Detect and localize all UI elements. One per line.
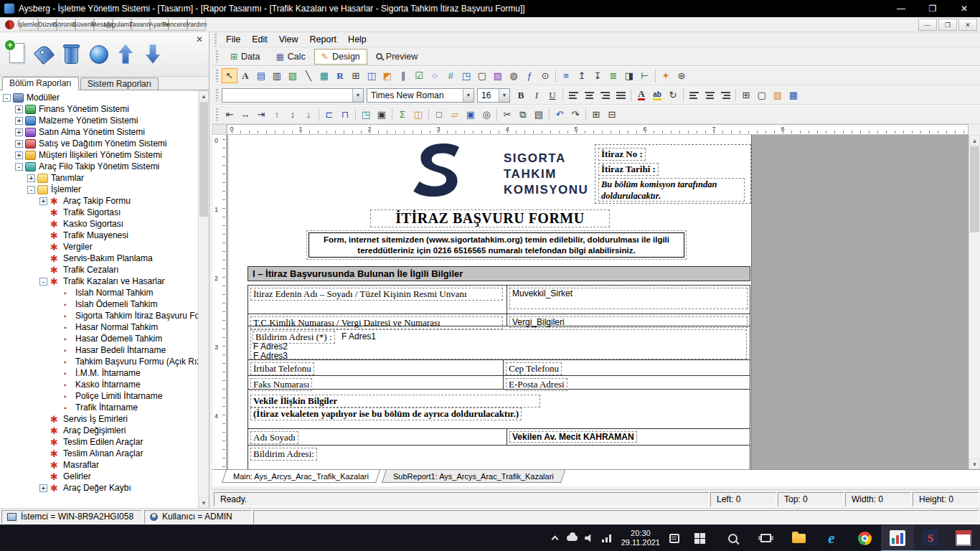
tree-expand-toggle[interactable]: + bbox=[39, 197, 47, 205]
font-size-combo[interactable]: 16▼ bbox=[477, 88, 510, 103]
tree-item[interactable]: + Malzeme Yönetim Sistemi bbox=[0, 115, 209, 126]
tree-item[interactable]: Teslim Alınan Araçlar bbox=[0, 448, 209, 459]
hidden-icons-chevron[interactable] bbox=[547, 525, 564, 551]
toolbar-button[interactable] bbox=[560, 88, 565, 103]
itiraz-no-label[interactable]: İtiraz No : bbox=[598, 148, 646, 161]
tree-expand-toggle[interactable]: - bbox=[39, 278, 47, 286]
picture-object-icon[interactable]: ▧ bbox=[285, 68, 301, 83]
band-object-icon[interactable]: ▤ bbox=[253, 68, 269, 83]
tree-expand-toggle[interactable]: + bbox=[15, 151, 23, 159]
tree-item[interactable]: + Satın Alma Yönetim Sistemi bbox=[0, 126, 209, 138]
toolbar-button[interactable] bbox=[390, 107, 395, 122]
border-all-button[interactable]: ⊞ bbox=[738, 88, 754, 103]
internet-explorer-button[interactable]: e bbox=[815, 525, 848, 551]
tree-item[interactable]: - İşlemler bbox=[0, 184, 209, 195]
action-center-button[interactable] bbox=[666, 525, 683, 551]
cut-button[interactable]: ✂ bbox=[499, 107, 515, 122]
group-button[interactable]: ⊞ bbox=[588, 107, 604, 122]
field-value[interactable]: Muvekkil_Sirket bbox=[509, 288, 748, 309]
tree-item[interactable]: Masraflar bbox=[0, 459, 209, 471]
toolbar-button[interactable] bbox=[628, 88, 633, 103]
tree-item[interactable]: Trafik İhtarname bbox=[0, 402, 209, 413]
maximize-button[interactable]: ❐ bbox=[917, 0, 948, 17]
address-block[interactable]: Bildirim Adresi (*) : F Adres1 F Adres2 … bbox=[250, 329, 747, 359]
tree-item[interactable]: İ.M.M. İhtarname bbox=[0, 367, 209, 379]
designer-menu-item[interactable]: Help bbox=[342, 33, 372, 46]
save-report-button[interactable]: ▣ bbox=[463, 107, 479, 122]
ole-object-icon[interactable]: ◍ bbox=[506, 68, 522, 83]
sum-button[interactable]: Σ bbox=[395, 107, 410, 122]
page-tab-main[interactable]: Main: Ays_Arcys_Arac_Trafik_Kazalari bbox=[222, 470, 380, 483]
tree-item[interactable]: Hasar Ödemeli Tahkim bbox=[0, 333, 209, 344]
field-label[interactable]: Bildirim Adresi: bbox=[250, 448, 317, 461]
field-value[interactable]: F Adres2 bbox=[253, 342, 288, 352]
tree-expand-toggle[interactable]: + bbox=[15, 140, 23, 148]
bring-to-front-button[interactable]: ◳ bbox=[358, 107, 374, 122]
section-label[interactable]: Vekile İlişkin Bilgiler bbox=[250, 395, 540, 408]
bold-button[interactable]: B bbox=[513, 88, 529, 103]
chart-wizard-button[interactable]: ◫ bbox=[410, 107, 426, 122]
barcode-object-icon[interactable]: ∥ bbox=[395, 68, 411, 83]
same-width-button[interactable]: ⊏ bbox=[321, 107, 337, 122]
region-object-icon[interactable]: ▦ bbox=[316, 68, 332, 83]
subreport-object-icon[interactable]: ◳ bbox=[458, 68, 474, 83]
running-app1-button[interactable] bbox=[881, 525, 914, 551]
form-table[interactable]: İtiraz Edenin Adı – Soyadı / Tüzel Kişin… bbox=[248, 285, 750, 469]
field-value[interactable]: Vergi_Bilgileri bbox=[509, 316, 748, 328]
insert-column-icon[interactable]: ◨ bbox=[621, 68, 637, 83]
insert-footer-icon[interactable]: ↧ bbox=[590, 68, 606, 83]
text-object-icon[interactable]: A bbox=[237, 68, 253, 83]
crosstab-object-icon[interactable]: # bbox=[443, 68, 458, 83]
scroll-up-icon[interactable]: ▲ bbox=[969, 135, 980, 146]
richtext-object-icon[interactable]: R bbox=[332, 68, 348, 83]
field-label[interactable]: İrtibat Telefonu bbox=[250, 362, 314, 375]
tree-expand-toggle[interactable]: + bbox=[39, 484, 47, 492]
tree-scrollbar[interactable]: ▲ ▼ bbox=[198, 90, 209, 508]
undo-button[interactable]: ↶ bbox=[552, 107, 567, 122]
network-icon[interactable] bbox=[598, 525, 616, 551]
frame-style-button[interactable]: ▦ bbox=[786, 88, 801, 103]
object-selector-combo[interactable]: ▼ bbox=[222, 88, 364, 103]
underline-button[interactable]: U bbox=[545, 88, 560, 103]
tag-icon[interactable] bbox=[33, 41, 55, 68]
field-label[interactable]: T.C.Kimlik Numarası / Vergi Dairesi ve N… bbox=[250, 316, 503, 329]
tree-item[interactable]: Poliçe Limiti İhtarname bbox=[0, 390, 209, 402]
mdi-close-button[interactable]: ✕ bbox=[958, 19, 977, 31]
commission-note[interactable]: Bu bölüm komisyon tarafından doldurulaca… bbox=[598, 178, 745, 202]
chart-object-icon[interactable]: ◩ bbox=[380, 68, 395, 83]
ungroup-button[interactable]: ⊟ bbox=[604, 107, 620, 122]
field-value[interactable]: Vekilen Av. Mecit KAHRAMAN bbox=[509, 431, 637, 443]
tab-design[interactable]: ✎ Design bbox=[314, 49, 367, 65]
tab-data[interactable]: ⊞ Data bbox=[223, 49, 267, 65]
mdi-restore-button[interactable]: ❐ bbox=[938, 19, 957, 31]
scroll-thumb[interactable] bbox=[199, 102, 208, 217]
insert-group-icon[interactable]: ≣ bbox=[606, 68, 621, 83]
tree-expand-toggle[interactable]: - bbox=[3, 94, 11, 102]
tree-item[interactable]: Hasar Bedeli İhtarname bbox=[0, 344, 209, 356]
report-wizard-icon[interactable]: ✦ bbox=[658, 68, 674, 83]
start-button[interactable] bbox=[683, 525, 716, 551]
memo-object-icon[interactable]: ▥ bbox=[269, 68, 285, 83]
tree-item[interactable]: + Finans Yönetim Sistemi bbox=[0, 103, 209, 115]
volume-icon[interactable] bbox=[581, 525, 598, 551]
toolbar-button[interactable] bbox=[733, 88, 738, 103]
canvas-scrollbar[interactable]: ▲ ▼ bbox=[969, 135, 980, 469]
file-explorer-button[interactable] bbox=[782, 525, 815, 551]
designer-menu-item[interactable]: Edit bbox=[246, 33, 273, 46]
task-view-button[interactable] bbox=[749, 525, 782, 551]
toolbar-button[interactable] bbox=[353, 107, 358, 122]
tree-expand-toggle[interactable]: + bbox=[15, 117, 23, 125]
toolbar-grip[interactable] bbox=[216, 70, 218, 82]
checkbox-object-icon[interactable]: ☑ bbox=[411, 68, 427, 83]
tree-item[interactable]: + Araç Değer Kaybı bbox=[0, 482, 209, 494]
tree-item[interactable]: Teslim Edilen Araçlar bbox=[0, 436, 209, 448]
tree-item[interactable]: Trafik Muayenesi bbox=[0, 230, 209, 241]
table-object-icon[interactable]: ⊞ bbox=[348, 68, 364, 83]
tree-expand-toggle[interactable]: + bbox=[15, 128, 23, 136]
tree-item[interactable]: + Müşteri İlişkileri Yönetim Sistemi bbox=[0, 149, 209, 161]
rotate-text-button[interactable]: ↻ bbox=[665, 88, 681, 103]
toolbar-button[interactable] bbox=[547, 107, 552, 122]
tree-item[interactable]: Sigorta Tahkim İtiraz Başvuru Form bbox=[0, 310, 209, 321]
field-value[interactable]: F Adres3 bbox=[253, 351, 288, 361]
onedrive-icon[interactable] bbox=[564, 525, 581, 551]
